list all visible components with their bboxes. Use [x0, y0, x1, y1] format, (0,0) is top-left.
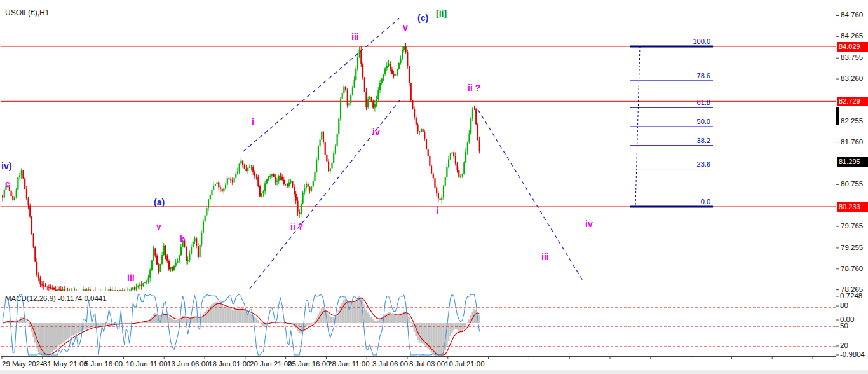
candle-body: [51, 288, 53, 289]
macd-histogram-bar: [348, 301, 350, 323]
macd-histogram-bar: [395, 315, 397, 323]
macd-histogram-bar: [106, 323, 108, 325]
candle-body: [53, 288, 55, 290]
candle-body: [326, 155, 327, 162]
macd-histogram-bar: [238, 310, 240, 323]
candle-body: [308, 184, 309, 187]
candle-body: [405, 46, 407, 52]
candle-body: [443, 186, 444, 197]
candle-body: [314, 172, 315, 181]
candle-body: [252, 167, 254, 172]
wave-label[interactable]: iv: [372, 127, 380, 137]
macd-histogram-bar: [72, 323, 74, 335]
macd-histogram-bar: [223, 307, 225, 323]
candle-body: [398, 63, 400, 69]
wave-label[interactable]: iii: [127, 272, 135, 282]
candle-body: [465, 152, 466, 163]
candle-body: [468, 134, 470, 142]
candle-body: [365, 92, 367, 107]
candle-body: [166, 255, 168, 261]
macd-histogram-bar: [391, 314, 393, 323]
macd-histogram-bar: [376, 321, 377, 323]
candle-body: [294, 187, 295, 194]
macd-histogram-bar: [153, 314, 154, 323]
candle-body: [440, 198, 441, 200]
macd-histogram-bar: [110, 323, 112, 324]
macd-histogram-bar: [329, 316, 331, 323]
wave-label[interactable]: iv: [585, 219, 593, 229]
macd-indicator-label: MACD(12,26,9) -0.1174 0.0441: [5, 294, 107, 302]
wave-label[interactable]: iii: [541, 252, 549, 262]
candle-body: [360, 50, 362, 64]
candle-body: [407, 52, 408, 66]
macd-histogram-bar: [65, 323, 67, 340]
candle-body: [445, 177, 446, 186]
candle-body: [275, 177, 276, 181]
candle-body: [85, 289, 86, 292]
macd-histogram-bar: [62, 323, 64, 343]
macd-histogram-bar: [309, 323, 311, 325]
wave-label[interactable]: ii ?: [468, 83, 480, 93]
candle-body: [165, 246, 166, 256]
candle-body: [50, 287, 51, 288]
candle-body: [309, 187, 310, 191]
candle-body: [39, 278, 41, 284]
candle-body: [240, 161, 241, 164]
candle-body: [251, 167, 252, 167]
fibonacci-retracement[interactable]: [630, 46, 713, 207]
fib-level-label: 100.0: [681, 38, 710, 45]
trend-lines[interactable]: [243, 18, 584, 289]
candle-body: [168, 261, 170, 269]
wave-label[interactable]: c: [5, 179, 10, 189]
macd-histogram-bar: [374, 321, 376, 323]
wave-label[interactable]: (a): [154, 197, 165, 207]
macd-histogram-bar: [345, 299, 347, 323]
macd-histogram-bar: [235, 310, 237, 323]
candle-body: [345, 87, 346, 90]
macd-scale-label: 50: [840, 322, 848, 329]
candle-body: [450, 153, 451, 159]
time-axis-label: 8 Jul 03:00: [409, 360, 445, 368]
time-axis-label: 13 Jun 06:00: [167, 360, 210, 368]
wave-label[interactable]: v: [403, 22, 408, 32]
wave-label[interactable]: i: [252, 117, 254, 127]
candle-body: [24, 179, 25, 190]
candle-body: [14, 197, 15, 200]
candle-body: [397, 69, 398, 76]
wave-label[interactable]: i: [437, 206, 439, 216]
price-axis-marker[interactable]: [836, 107, 839, 125]
macd-histogram-bar: [48, 323, 50, 355]
macd-histogram-bar: [165, 314, 166, 323]
wave-label[interactable]: [ii]: [436, 8, 447, 18]
macd-histogram-bar: [51, 323, 53, 352]
candle-body: [117, 290, 118, 293]
wave-label[interactable]: ii ?: [290, 221, 303, 232]
wave-label[interactable]: b: [180, 234, 186, 244]
candle-body: [458, 170, 459, 177]
candle-body: [451, 152, 452, 153]
macd-histogram-bar: [328, 314, 330, 323]
candle-body: [371, 97, 372, 102]
wave-label[interactable]: iv): [1, 161, 11, 171]
macd-histogram-bar: [437, 323, 439, 355]
macd-histogram-bar: [453, 323, 455, 330]
macd-histogram-bar: [204, 312, 206, 323]
macd-histogram-bar: [357, 298, 359, 323]
candle-body: [136, 287, 137, 290]
chart-canvas[interactable]: [0, 0, 868, 374]
candle-body: [225, 185, 226, 189]
candle-body: [205, 216, 206, 222]
macd-histogram-bar: [108, 323, 110, 324]
trend-line-2[interactable]: [478, 109, 584, 282]
wave-label[interactable]: iii: [351, 32, 359, 42]
macd-histogram-bar: [14, 322, 16, 323]
candle-body: [175, 263, 177, 266]
panel-borders: [0, 6, 868, 357]
candle-body: [390, 64, 391, 70]
time-axis-label: 5 Jun 16:00: [85, 360, 123, 368]
wave-label[interactable]: v: [156, 221, 161, 232]
price-axis-tick-label: 82.255: [841, 117, 863, 125]
candle-body: [249, 167, 250, 168]
wave-label[interactable]: (c): [417, 13, 428, 23]
candle-body: [477, 124, 478, 140]
